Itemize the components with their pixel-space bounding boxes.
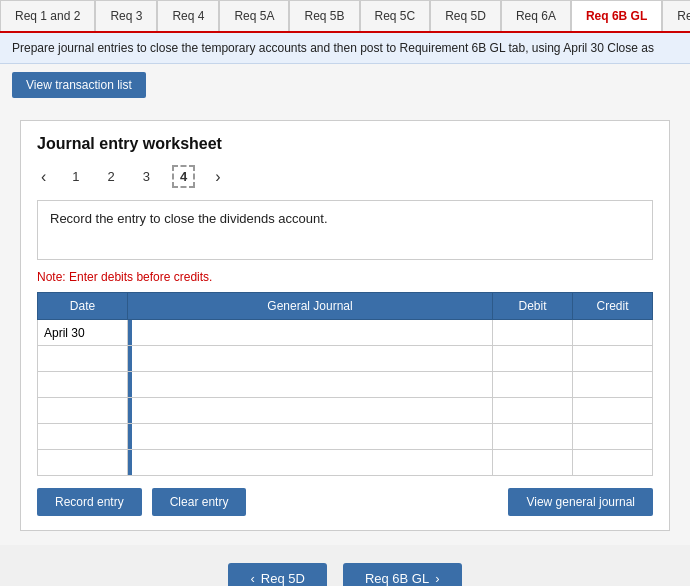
debit-cell-3[interactable] <box>493 398 573 424</box>
credit-cell-1[interactable] <box>573 346 653 372</box>
nav-prev-label: Req 5D <box>261 571 305 586</box>
pagination: ‹ 1234 › <box>37 165 653 188</box>
table-row <box>38 346 653 372</box>
bottom-buttons: Record entry Clear entry View general jo… <box>37 488 653 516</box>
page-num-4[interactable]: 4 <box>172 165 195 188</box>
page-num-2[interactable]: 2 <box>102 167 121 186</box>
worksheet-card: Journal entry worksheet ‹ 1234 › Record … <box>20 120 670 531</box>
credit-cell-2[interactable] <box>573 372 653 398</box>
journal-input-3[interactable] <box>136 398 492 423</box>
credit-cell-5[interactable] <box>573 450 653 476</box>
date-cell-2 <box>38 372 128 398</box>
action-bar: View transaction list <box>0 64 690 106</box>
credit-input-0[interactable] <box>573 320 652 345</box>
journal-input-1[interactable] <box>136 346 492 371</box>
debit-input-4[interactable] <box>493 424 572 449</box>
indent-bar-4 <box>128 424 132 449</box>
debit-input-5[interactable] <box>493 450 572 475</box>
journal-input-2[interactable] <box>136 372 492 397</box>
debit-input-3[interactable] <box>493 398 572 423</box>
table-row <box>38 372 653 398</box>
view-general-journal-button[interactable]: View general journal <box>508 488 653 516</box>
next-page-button[interactable]: › <box>211 168 224 186</box>
debit-cell-2[interactable] <box>493 372 573 398</box>
instruction-bar: Prepare journal entries to close the tem… <box>0 33 690 64</box>
tab-req-1-2[interactable]: Req 1 and 2 <box>0 0 95 31</box>
table-row <box>38 424 653 450</box>
tab-req-3[interactable]: Req 3 <box>95 0 157 31</box>
journal-input-4[interactable] <box>136 424 492 449</box>
indent-bar-3 <box>128 398 132 423</box>
tab-req-5b[interactable]: Req 5B <box>289 0 359 31</box>
tab-req-4[interactable]: Req 4 <box>157 0 219 31</box>
nav-footer: ‹ Req 5D Req 6B GL › <box>0 545 690 586</box>
debit-cell-1[interactable] <box>493 346 573 372</box>
next-arrow-icon: › <box>435 571 439 586</box>
tab-req-5c[interactable]: Req 5C <box>360 0 431 31</box>
page-num-1[interactable]: 1 <box>66 167 85 186</box>
date-cell-0: April 30 <box>38 320 128 346</box>
debit-cell-5[interactable] <box>493 450 573 476</box>
prev-page-button[interactable]: ‹ <box>37 168 50 186</box>
credit-cell-3[interactable] <box>573 398 653 424</box>
indent-bar-1 <box>128 346 132 371</box>
journal-input-5[interactable] <box>136 450 492 475</box>
credit-input-5[interactable] <box>573 450 652 475</box>
tab-req-5a[interactable]: Req 5A <box>219 0 289 31</box>
credit-cell-0[interactable] <box>573 320 653 346</box>
journal-cell-3[interactable] <box>128 398 493 424</box>
worksheet-title: Journal entry worksheet <box>37 135 653 153</box>
view-transaction-button[interactable]: View transaction list <box>12 72 146 98</box>
record-entry-button[interactable]: Record entry <box>37 488 142 516</box>
tab-req-5d[interactable]: Req 5D <box>430 0 501 31</box>
date-cell-3 <box>38 398 128 424</box>
journal-cell-1[interactable] <box>128 346 493 372</box>
debit-cell-4[interactable] <box>493 424 573 450</box>
table-row <box>38 450 653 476</box>
credit-input-1[interactable] <box>573 346 652 371</box>
date-cell-1 <box>38 346 128 372</box>
col-header-journal: General Journal <box>128 293 493 320</box>
credit-input-2[interactable] <box>573 372 652 397</box>
credit-input-4[interactable] <box>573 424 652 449</box>
table-row <box>38 398 653 424</box>
tab-req-6b-gl[interactable]: Req 6B GL <box>571 0 662 33</box>
debit-cell-0[interactable] <box>493 320 573 346</box>
table-row: April 30 <box>38 320 653 346</box>
tab-req-6a[interactable]: Req 6A <box>501 0 571 31</box>
nav-next-button[interactable]: Req 6B GL › <box>343 563 462 586</box>
page-numbers: 1234 <box>66 165 195 188</box>
page-num-3[interactable]: 3 <box>137 167 156 186</box>
entry-description: Record the entry to close the dividends … <box>37 200 653 260</box>
tabs-bar: Req 1 and 2Req 3Req 4Req 5AReq 5BReq 5CR… <box>0 0 690 33</box>
col-header-date: Date <box>38 293 128 320</box>
tab-req-7[interactable]: Req 7 <box>662 0 690 31</box>
nav-prev-button[interactable]: ‹ Req 5D <box>228 563 326 586</box>
debit-input-0[interactable] <box>493 320 572 345</box>
main-content: Journal entry worksheet ‹ 1234 › Record … <box>0 106 690 545</box>
journal-input-0[interactable] <box>136 320 492 345</box>
indent-bar-2 <box>128 372 132 397</box>
instruction-text: Prepare journal entries to close the tem… <box>12 41 654 55</box>
date-cell-5 <box>38 450 128 476</box>
indent-bar-5 <box>128 450 132 475</box>
col-header-debit: Debit <box>493 293 573 320</box>
note-text: Note: Enter debits before credits. <box>37 270 653 284</box>
clear-entry-button[interactable]: Clear entry <box>152 488 247 516</box>
journal-cell-0[interactable] <box>128 320 493 346</box>
journal-body: April 30 <box>38 320 653 476</box>
credit-cell-4[interactable] <box>573 424 653 450</box>
journal-cell-2[interactable] <box>128 372 493 398</box>
credit-input-3[interactable] <box>573 398 652 423</box>
journal-cell-4[interactable] <box>128 424 493 450</box>
col-header-credit: Credit <box>573 293 653 320</box>
prev-arrow-icon: ‹ <box>250 571 254 586</box>
nav-next-label: Req 6B GL <box>365 571 429 586</box>
debit-input-2[interactable] <box>493 372 572 397</box>
indent-bar-0 <box>128 320 132 345</box>
journal-table: Date General Journal Debit Credit April … <box>37 292 653 476</box>
journal-cell-5[interactable] <box>128 450 493 476</box>
debit-input-1[interactable] <box>493 346 572 371</box>
date-cell-4 <box>38 424 128 450</box>
